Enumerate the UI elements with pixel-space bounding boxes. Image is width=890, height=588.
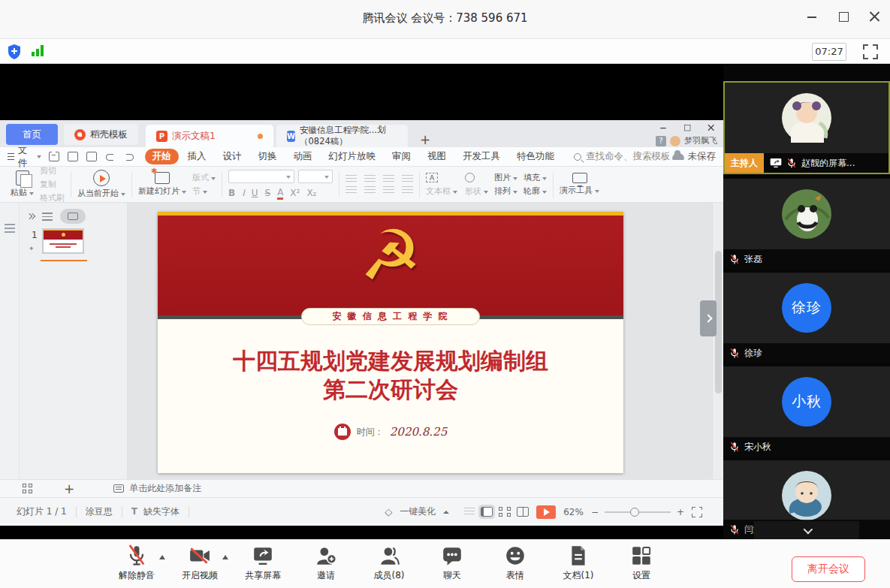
reading-view-icon[interactable] — [517, 507, 529, 517]
underline-button[interactable]: U — [252, 188, 258, 198]
collapse-panel-button[interactable] — [754, 521, 859, 539]
slide-canvas[interactable]: ☭ 安 徽 信 息 工 程 学 院 十四五规划党建发展规划编制组 第二次研讨会 … — [128, 203, 712, 479]
video-options-arrow[interactable] — [222, 555, 228, 559]
expand-panel-icon[interactable] — [27, 214, 35, 219]
wps-maximize-icon[interactable] — [683, 124, 691, 131]
theme-name[interactable]: 涂豆思 — [77, 505, 122, 518]
number-list-icon[interactable] — [364, 175, 376, 183]
play-from-current-button[interactable]: 从当前开始 — [77, 170, 125, 199]
minimize-icon[interactable] — [806, 11, 818, 23]
indent-decrease-icon[interactable] — [383, 175, 394, 183]
fit-slide-icon[interactable] — [692, 507, 702, 517]
slideshow-play-button[interactable] — [536, 505, 556, 519]
save-status[interactable]: 未保存 — [672, 150, 717, 163]
emoji-button[interactable]: 表情 — [484, 544, 547, 582]
align-right-icon[interactable] — [383, 186, 394, 194]
wps-account[interactable]: ? 梦羽飘飞 — [656, 135, 717, 146]
menu-tab-home[interactable]: 开始 — [145, 149, 179, 164]
copy-button[interactable]: 复制 — [40, 179, 65, 190]
tab-docer[interactable]: 稻壳模板 — [64, 124, 138, 145]
zoom-out-button[interactable]: − — [591, 507, 599, 517]
docs-button[interactable]: 文档(1) — [547, 544, 610, 582]
normal-view-icon[interactable] — [481, 507, 493, 517]
arrange-button[interactable]: 排列 — [494, 185, 517, 197]
start-video-button[interactable]: 开启视频 — [168, 544, 231, 582]
add-slide-icon[interactable]: + — [64, 481, 74, 496]
leave-meeting-button[interactable]: 离开会议 — [792, 556, 865, 582]
menu-tab-animation[interactable]: 动画 — [286, 149, 320, 164]
participant-tile-host[interactable]: 主持人 赵靓的屏幕... — [723, 81, 890, 174]
sorter-view-icon[interactable] — [499, 507, 511, 517]
preview-icon[interactable] — [86, 152, 97, 161]
subscript-button[interactable]: X₂ — [306, 188, 316, 198]
font-color-button[interactable]: A — [277, 187, 283, 200]
align-center-icon[interactable] — [364, 186, 376, 194]
adjust-sliders-icon[interactable] — [5, 224, 15, 233]
menu-tab-features[interactable]: 特色功能 — [509, 149, 562, 164]
section-button[interactable]: 节 — [192, 185, 216, 197]
next-slide-nav-button[interactable] — [700, 300, 717, 336]
help-icon[interactable]: ? — [656, 136, 666, 146]
wps-minimize-icon[interactable] — [659, 124, 667, 131]
indent-increase-icon[interactable] — [402, 175, 413, 183]
network-signal-icon[interactable] — [32, 45, 44, 56]
close-icon[interactable] — [869, 11, 881, 23]
members-button[interactable]: 成员(8) — [358, 544, 421, 582]
status-menu-icon[interactable] — [464, 508, 475, 516]
participant-tile[interactable]: 小秋 宋小秋 — [723, 366, 890, 457]
superscript-button[interactable]: X² — [290, 188, 300, 198]
menu-tab-insert[interactable]: 插入 — [180, 149, 214, 164]
save-icon[interactable] — [49, 152, 59, 161]
chat-button[interactable]: 聊天 — [421, 544, 484, 582]
format-painter-button[interactable]: 格式刷 — [40, 192, 65, 203]
unmute-button[interactable]: 解除静音 — [105, 544, 168, 582]
align-left-icon[interactable] — [345, 186, 357, 194]
wps-close-icon[interactable] — [707, 124, 715, 131]
menu-tab-developer[interactable]: 开发工具 — [455, 149, 508, 164]
fullscreen-icon[interactable] — [863, 44, 878, 59]
zoom-percentage[interactable]: 62% — [563, 507, 584, 517]
participant-tile[interactable]: 徐珍 徐珍 — [723, 273, 890, 363]
settings-button[interactable]: 设置 — [610, 544, 673, 582]
missing-font-warning[interactable]: T 缺失字体 — [122, 505, 189, 518]
fill-button[interactable]: 填充 — [523, 172, 547, 183]
font-size-select[interactable] — [298, 170, 333, 183]
zoom-in-button[interactable]: + — [677, 507, 684, 517]
new-slide-button[interactable]: 新建幻灯片 — [138, 172, 186, 197]
thumbnail-view-toggle[interactable] — [60, 209, 86, 224]
menu-tab-view[interactable]: 视图 — [420, 149, 454, 164]
paste-button[interactable]: 粘贴 — [11, 170, 34, 198]
tab-word-doc[interactable]: W 安徽信息工程学院...划（0824稿） — [276, 125, 408, 147]
picture-button[interactable]: 图片 — [494, 172, 517, 183]
maximize-icon[interactable] — [837, 11, 849, 23]
mic-options-arrow[interactable] — [159, 555, 165, 559]
menu-tab-design[interactable]: 设计 — [216, 149, 249, 164]
bold-button[interactable]: B — [228, 188, 235, 198]
menu-tab-transition[interactable]: 切换 — [251, 149, 285, 164]
undo-icon[interactable] — [105, 152, 116, 161]
file-menu[interactable]: 文件 — [8, 144, 41, 170]
participant-tile[interactable]: 张磊 — [723, 179, 890, 269]
new-tab-button[interactable]: + — [408, 132, 442, 147]
cut-button[interactable]: 剪切 — [40, 167, 65, 176]
slide-sorter-icon[interactable] — [23, 484, 32, 493]
redo-icon[interactable] — [124, 152, 134, 161]
shape-button[interactable]: 形状 — [465, 185, 488, 197]
notes-placeholder[interactable]: 单击此处添加备注 — [129, 482, 201, 495]
textbox-button[interactable]: 文本框 — [426, 185, 457, 197]
meeting-info-shield-icon[interactable] — [7, 44, 22, 60]
present-tools-button[interactable]: 演示工具 — [560, 173, 599, 196]
outline-button[interactable]: 轮廓 — [523, 185, 547, 197]
share-screen-button[interactable]: 共享屏幕 — [231, 544, 294, 582]
beautify-button[interactable]: 一键美化 — [400, 505, 436, 518]
zoom-slider[interactable] — [605, 511, 671, 513]
menu-tab-review[interactable]: 审阅 — [385, 149, 418, 164]
font-family-select[interactable] — [228, 170, 294, 183]
command-search[interactable]: 查找命令、搜索模板 — [574, 150, 671, 163]
invite-button[interactable]: 邀请 — [294, 544, 358, 582]
slide-1[interactable]: ☭ 安 徽 信 息 工 程 学 院 十四五规划党建发展规划编制组 第二次研讨会 … — [158, 212, 623, 473]
strike-button[interactable]: S — [265, 188, 271, 198]
bullet-list-icon[interactable] — [345, 175, 357, 183]
print-icon[interactable] — [68, 152, 78, 161]
menu-tab-slideshow[interactable]: 幻灯片放映 — [321, 149, 384, 164]
